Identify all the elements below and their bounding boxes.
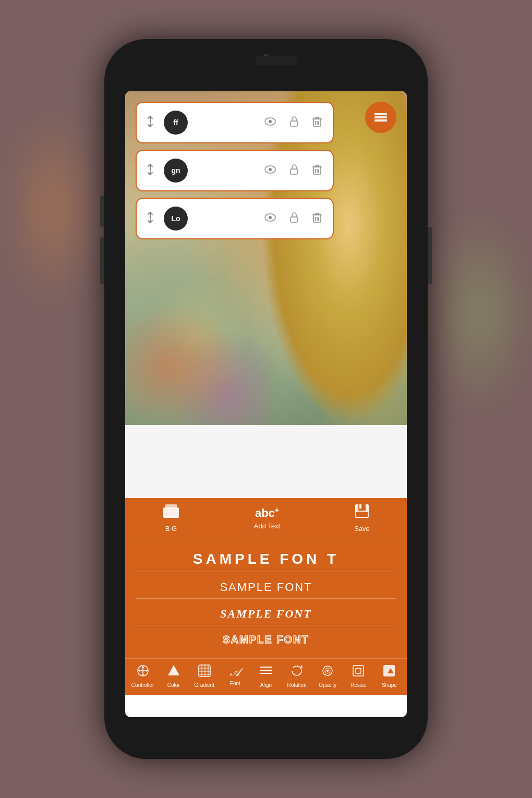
volume-down-button bbox=[100, 196, 104, 227]
svg-rect-35 bbox=[359, 504, 361, 509]
nav-item-rotation[interactable]: Rotation bbox=[283, 664, 310, 688]
trash-icon[interactable] bbox=[312, 115, 322, 130]
volume-up-button bbox=[100, 237, 104, 284]
color-icon bbox=[167, 664, 180, 681]
drag-handle-icon bbox=[145, 211, 155, 226]
svg-rect-45 bbox=[199, 665, 210, 676]
nav-item-controller[interactable]: Controller bbox=[129, 664, 156, 688]
shape-icon bbox=[382, 664, 396, 681]
svg-point-13 bbox=[269, 168, 272, 171]
font-sample-row[interactable]: SAMPLE FONT bbox=[136, 630, 396, 650]
font-label: Font bbox=[230, 681, 240, 686]
save-icon bbox=[354, 503, 370, 523]
power-button bbox=[428, 227, 432, 284]
image-canvas[interactable]: ff bbox=[125, 91, 407, 425]
font-sample-outline: SAMPLE FONT bbox=[223, 634, 309, 646]
align-label: Align bbox=[260, 682, 272, 688]
resize-icon bbox=[352, 664, 365, 681]
rotation-label: Rotation bbox=[287, 682, 306, 688]
svg-rect-1 bbox=[374, 116, 387, 118]
font-sample-row[interactable]: SAMPLE FONT bbox=[136, 576, 396, 599]
svg-point-4 bbox=[269, 120, 272, 123]
resize-label: Resize bbox=[350, 682, 367, 688]
eye-icon[interactable] bbox=[264, 117, 276, 129]
svg-rect-8 bbox=[316, 117, 319, 119]
svg-rect-60 bbox=[353, 666, 364, 676]
drag-handle-icon bbox=[145, 163, 155, 178]
nav-item-opacity[interactable]: Opacity bbox=[314, 664, 341, 688]
lock-icon[interactable] bbox=[289, 163, 299, 178]
add-text-icon: abc+ bbox=[255, 506, 279, 520]
font-sample-bold: SAMPLE FON T bbox=[193, 551, 339, 567]
drag-handle-icon bbox=[145, 115, 155, 130]
shape-label: Shape bbox=[382, 682, 397, 688]
add-text-label: Add Text bbox=[254, 522, 280, 530]
font-sample-row[interactable]: SAMPLE FON T bbox=[136, 547, 396, 572]
eye-icon[interactable] bbox=[264, 213, 276, 225]
controller-label: Controller bbox=[131, 682, 154, 688]
svg-rect-14 bbox=[291, 169, 298, 174]
gradient-icon bbox=[198, 664, 211, 681]
nav-item-shape[interactable]: Shape bbox=[376, 664, 403, 688]
add-text-button[interactable]: abc+ Add Text bbox=[254, 506, 280, 530]
eye-icon[interactable] bbox=[264, 165, 276, 177]
font-samples-panel: SAMPLE FON T SAMPLE FONT SAMPLE FONT SAM… bbox=[125, 538, 407, 658]
align-icon bbox=[259, 664, 273, 681]
lock-icon[interactable] bbox=[289, 115, 299, 130]
bottom-navigation: Controller Color bbox=[125, 658, 407, 695]
trash-icon[interactable] bbox=[312, 163, 322, 178]
bg-button[interactable]: B G bbox=[162, 503, 180, 533]
svg-rect-31 bbox=[165, 504, 177, 509]
layer-thumbnail: Lo bbox=[164, 207, 188, 231]
save-button[interactable]: Save bbox=[354, 503, 370, 533]
svg-marker-44 bbox=[168, 665, 179, 675]
canvas-empty-area bbox=[125, 425, 407, 498]
nav-item-resize[interactable]: Resize bbox=[345, 664, 372, 688]
rotation-icon bbox=[290, 664, 304, 681]
trash-icon[interactable] bbox=[312, 211, 322, 226]
layer-row[interactable]: gn bbox=[136, 150, 334, 191]
layers-toggle-button[interactable] bbox=[365, 102, 396, 133]
color-label: Color bbox=[167, 682, 180, 688]
lock-icon[interactable] bbox=[289, 211, 299, 226]
layer-thumbnail: ff bbox=[164, 111, 188, 135]
font-icon: 𝒜 bbox=[230, 666, 240, 679]
svg-rect-2 bbox=[374, 119, 387, 122]
svg-point-59 bbox=[327, 670, 329, 672]
opacity-label: Opacity bbox=[319, 682, 336, 688]
save-label: Save bbox=[354, 525, 370, 533]
bg-icon bbox=[162, 503, 180, 523]
layer-thumbnail: gn bbox=[164, 159, 188, 183]
opacity-icon bbox=[321, 664, 334, 681]
svg-rect-26 bbox=[316, 213, 319, 215]
phone-screen: ff bbox=[125, 91, 407, 717]
svg-rect-36 bbox=[356, 512, 368, 517]
svg-point-22 bbox=[269, 216, 272, 219]
bg-label: B G bbox=[165, 525, 177, 533]
svg-rect-0 bbox=[374, 113, 387, 115]
font-sample-italic: SAMPLE FONT bbox=[220, 607, 311, 621]
svg-rect-30 bbox=[163, 507, 179, 518]
font-sample-normal: SAMPLE FONT bbox=[220, 581, 312, 594]
layers-panel: ff bbox=[136, 102, 334, 239]
controller-icon bbox=[136, 664, 150, 681]
svg-point-55 bbox=[292, 666, 301, 675]
layer-row[interactable]: ff bbox=[136, 102, 334, 143]
svg-rect-17 bbox=[316, 165, 319, 167]
nav-item-gradient[interactable]: Gradient bbox=[191, 664, 218, 688]
phone-frame: ff bbox=[104, 39, 428, 759]
gradient-label: Gradient bbox=[195, 682, 214, 688]
nav-item-color[interactable]: Color bbox=[160, 664, 187, 688]
svg-rect-61 bbox=[356, 668, 361, 673]
nav-item-align[interactable]: Align bbox=[252, 664, 280, 688]
svg-rect-23 bbox=[291, 217, 298, 222]
svg-rect-5 bbox=[291, 121, 298, 126]
layer-row[interactable]: Lo bbox=[136, 198, 334, 239]
nav-item-font[interactable]: 𝒜 Font bbox=[222, 666, 249, 686]
layers-icon bbox=[372, 109, 389, 126]
lower-photo bbox=[125, 279, 271, 425]
main-toolbar: B G abc+ Add Text Save bbox=[125, 498, 407, 538]
font-sample-row[interactable]: SAMPLE FONT bbox=[136, 603, 396, 625]
